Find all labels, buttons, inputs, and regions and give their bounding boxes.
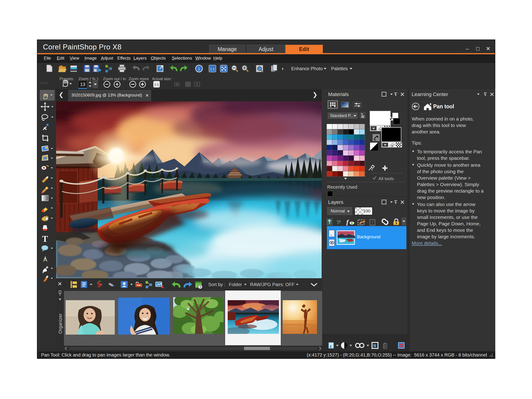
svg-text:?: ? — [371, 221, 373, 225]
svg-text:T: T — [42, 234, 48, 244]
svg-text:i: i — [198, 66, 200, 72]
svg-text:T: T — [336, 219, 340, 225]
svg-text:Enhance Photo: Enhance Photo — [291, 66, 323, 71]
svg-text:1:1: 1:1 — [154, 83, 159, 86]
svg-text:1:1: 1:1 — [210, 67, 215, 71]
svg-text:13: 13 — [80, 82, 85, 87]
svg-text:Folder: Folder — [229, 282, 242, 287]
svg-text:Sort by :: Sort by : — [208, 282, 225, 287]
svg-text:Palettes: Palettes — [331, 66, 348, 71]
svg-text:f: f — [346, 218, 349, 226]
svg-text:RAW/JPG Pairs: OFF: RAW/JPG Pairs: OFF — [250, 282, 295, 287]
